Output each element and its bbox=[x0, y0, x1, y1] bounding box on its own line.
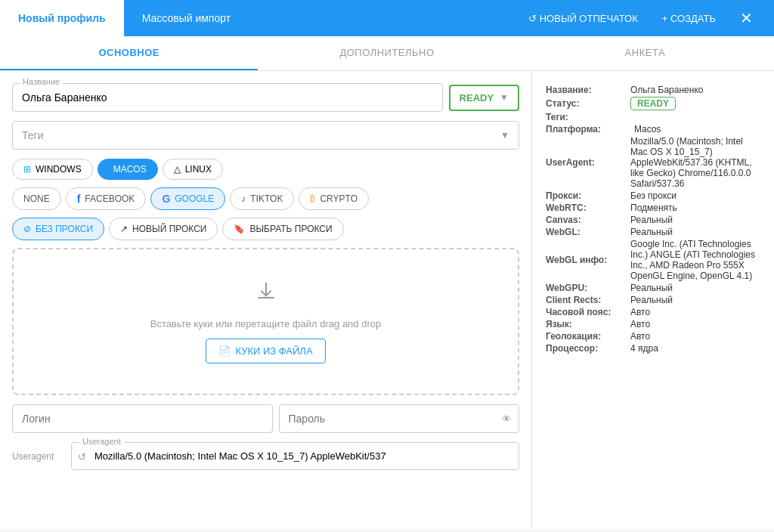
fp-google[interactable]: G GOOGLE bbox=[150, 187, 225, 210]
platform-buttons: ⊞ WINDOWS MACOS △ LINUX bbox=[12, 159, 519, 180]
info-row: WebGPU:Реальный bbox=[546, 283, 760, 293]
platform-macos[interactable]: MACOS bbox=[98, 159, 158, 180]
no-proxy-icon: ⊘ bbox=[23, 224, 31, 234]
info-value: Реальный bbox=[630, 295, 760, 305]
info-value: READY bbox=[630, 97, 760, 110]
info-value: Авто bbox=[630, 319, 760, 329]
info-row: Геолокация:Авто bbox=[546, 331, 760, 342]
info-value: Подменять bbox=[630, 203, 760, 213]
no-proxy-button[interactable]: ⊘ БЕЗ ПРОКСИ bbox=[12, 218, 104, 240]
info-key: Геолокация: bbox=[546, 331, 629, 342]
info-key: Платформа: bbox=[546, 124, 629, 135]
info-value: Macos bbox=[630, 124, 760, 135]
fp-facebook[interactable]: f FACEBOOK bbox=[66, 187, 147, 210]
fp-crypto[interactable]: ₿ CRYPTO bbox=[299, 187, 369, 210]
login-input[interactable] bbox=[12, 404, 273, 433]
create-button[interactable]: + СОЗДАТЬ bbox=[653, 8, 725, 29]
fingerprint-icon: ↺ bbox=[528, 13, 537, 24]
download-icon bbox=[254, 280, 278, 309]
info-key: Часовой пояс: bbox=[546, 307, 629, 317]
cookie-file-button[interactable]: 📄 КУКИ ИЗ ФАЙЛА bbox=[206, 339, 325, 363]
info-value bbox=[630, 112, 760, 122]
info-row: Язык:Авто bbox=[546, 319, 760, 329]
fp-none[interactable]: NONE bbox=[12, 187, 61, 210]
info-key: WebGL: bbox=[546, 227, 629, 237]
info-key: Название: bbox=[546, 85, 629, 95]
new-proxy-button[interactable]: ↗ НОВЫЙ ПРОКСИ bbox=[109, 218, 218, 240]
google-icon: G bbox=[162, 193, 170, 205]
info-row: Процессор:4 ядра bbox=[546, 343, 760, 354]
info-row: WebGL инфо:Google Inc. (ATI Technologies… bbox=[546, 239, 760, 281]
info-table: Название:Ольга БараненкоСтатус:READYТеги… bbox=[544, 83, 762, 355]
info-row: Платформа: Macos bbox=[546, 124, 760, 135]
info-key: Язык: bbox=[546, 319, 629, 329]
info-row: Client Rects:Реальный bbox=[546, 295, 760, 305]
info-value: Google Inc. (ATI Technologies Inc.) ANGL… bbox=[630, 239, 760, 281]
tags-placeholder: Теги bbox=[22, 129, 43, 141]
info-row: Статус:READY bbox=[546, 97, 760, 110]
platform-linux[interactable]: △ LINUX bbox=[163, 159, 223, 180]
info-key: WebRTC: bbox=[546, 203, 629, 213]
name-label: Название bbox=[20, 77, 63, 86]
tab-main[interactable]: ОСНОВНОЕ bbox=[0, 36, 258, 70]
header: Новый профиль Массовый импорт ↺ НОВЫЙ ОТ… bbox=[0, 0, 774, 36]
info-row: WebGL:Реальный bbox=[546, 227, 760, 237]
tab-questionnaire[interactable]: АНКЕТА bbox=[516, 36, 774, 70]
status-badge: READY bbox=[630, 97, 676, 110]
file-icon: 📄 bbox=[218, 345, 231, 357]
status-dropdown[interactable]: READY ▼ bbox=[449, 85, 519, 111]
new-fingerprint-button[interactable]: ↺ НОВЫЙ ОТПЕЧАТОК bbox=[519, 8, 647, 29]
platform-badge: Macos bbox=[630, 124, 760, 135]
info-value: Авто bbox=[630, 331, 760, 342]
info-key: Client Rects: bbox=[546, 295, 629, 305]
info-key: Прокси: bbox=[546, 190, 629, 201]
subtabs: ОСНОВНОЕ ДОПОЛНИТЕЛЬНО АНКЕТА bbox=[0, 36, 774, 71]
info-key: WebGPU: bbox=[546, 283, 629, 293]
info-value: Ольга Бараненко bbox=[630, 85, 760, 95]
new-proxy-icon: ↗ bbox=[120, 224, 128, 234]
info-key: WebGL инфо: bbox=[546, 239, 629, 281]
refresh-icon[interactable]: ↺ bbox=[78, 450, 86, 462]
fp-tiktok[interactable]: ♪ TIKTOK bbox=[230, 187, 294, 210]
info-row: Canvas:Реальный bbox=[546, 215, 760, 225]
info-key: Процессор: bbox=[546, 343, 629, 354]
bookmark-icon: 🔖 bbox=[234, 224, 245, 234]
info-row: Название:Ольга Бараненко bbox=[546, 85, 760, 95]
proxy-buttons: ⊘ БЕЗ ПРОКСИ ↗ НОВЫЙ ПРОКСИ 🔖 ВЫБРАТЬ ПР… bbox=[12, 218, 519, 240]
choose-proxy-button[interactable]: 🔖 ВЫБРАТЬ ПРОКСИ bbox=[222, 218, 343, 240]
info-value: Mozilla/5.0 (Macintosh; Intel Mac OS X 1… bbox=[630, 136, 760, 189]
info-row: Прокси:Без прокси bbox=[546, 190, 760, 201]
bitcoin-icon: ₿ bbox=[310, 193, 315, 204]
eye-icon[interactable]: 👁 bbox=[502, 413, 512, 425]
facebook-icon: f bbox=[77, 193, 81, 205]
info-key: Теги: bbox=[546, 112, 629, 122]
useragent-field-label: Useragent bbox=[79, 437, 124, 446]
info-key: UserAgent: bbox=[546, 136, 629, 189]
useragent-input[interactable] bbox=[72, 443, 519, 469]
info-row: Часовой пояс:Авто bbox=[546, 307, 760, 317]
cookie-drop-area[interactable]: Вставьте куки или перетащите файл drag a… bbox=[12, 248, 519, 395]
fingerprint-buttons: NONE f FACEBOOK G GOOGLE ♪ TIKTOK ₿ CRYP… bbox=[12, 187, 519, 210]
useragent-label: Useragent bbox=[12, 451, 65, 462]
name-input[interactable] bbox=[12, 83, 443, 112]
windows-icon: ⊞ bbox=[23, 164, 31, 175]
info-row: WebRTC:Подменять bbox=[546, 203, 760, 213]
tab-additional[interactable]: ДОПОЛНИТЕЛЬНО bbox=[258, 36, 515, 70]
close-button[interactable]: ✕ bbox=[731, 5, 762, 32]
platform-windows[interactable]: ⊞ WINDOWS bbox=[12, 159, 93, 180]
info-key: Статус: bbox=[546, 97, 629, 110]
linux-icon: △ bbox=[174, 164, 181, 175]
info-key: Canvas: bbox=[546, 215, 629, 225]
info-value: Реальный bbox=[630, 215, 760, 225]
info-value: 4 ядра bbox=[630, 343, 760, 354]
info-value: Реальный bbox=[630, 283, 760, 293]
status-value: READY bbox=[460, 92, 494, 104]
password-input[interactable] bbox=[279, 404, 520, 433]
tags-select[interactable]: Теги ▼ bbox=[12, 121, 519, 150]
tab-mass-import[interactable]: Массовый импорт bbox=[124, 0, 249, 36]
left-panel: Название READY ▼ Теги ▼ ⊞ WINDOWS MACO bbox=[0, 71, 532, 530]
tab-new-profile[interactable]: Новый профиль bbox=[0, 0, 124, 36]
chevron-down-icon: ▼ bbox=[500, 130, 509, 141]
cookie-area-text: Вставьте куки или перетащите файл drag a… bbox=[150, 318, 381, 329]
info-value: Авто bbox=[630, 307, 760, 317]
